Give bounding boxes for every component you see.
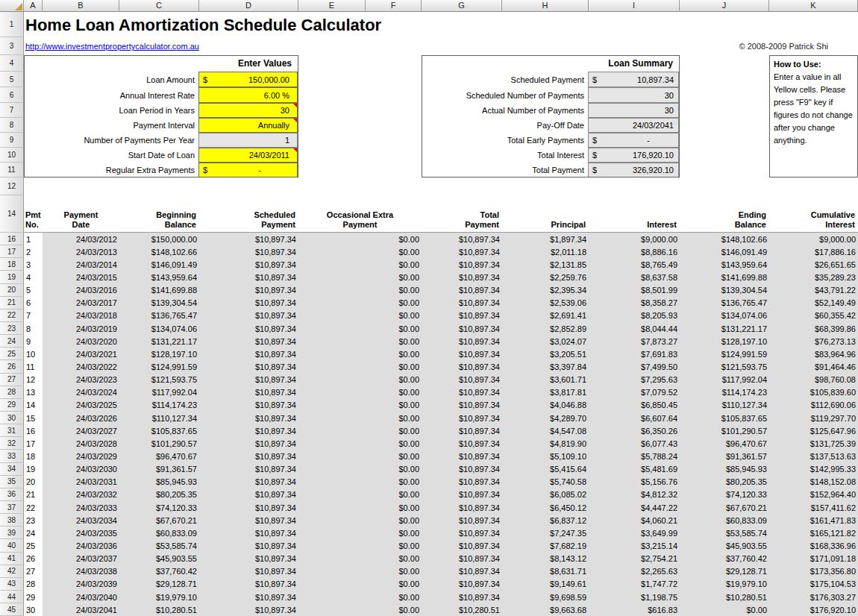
column-header-f[interactable]: F [366, 0, 422, 12]
cell[interactable]: 24/03/2036 [43, 539, 119, 552]
cell[interactable]: $143,959.64 [119, 271, 199, 283]
cell[interactable]: 24/03/2027 [43, 424, 119, 437]
cell[interactable]: $4,046.88 [502, 399, 589, 412]
cell[interactable]: $91,361.57 [119, 463, 199, 476]
label-pay-off-date[interactable]: Pay-Off Date [422, 118, 588, 133]
cell[interactable]: 24/03/2016 [43, 284, 119, 297]
table-header-beginning-balance[interactable]: Beginning Balance [119, 195, 199, 232]
cell[interactable]: $10,897.34 [199, 386, 298, 399]
cell[interactable]: $2,265.63 [589, 565, 680, 578]
cell[interactable]: $10,897.34 [199, 284, 298, 297]
cell[interactable]: $7,247.35 [502, 527, 589, 539]
cell[interactable]: 24/03/2022 [43, 360, 119, 373]
cell[interactable]: 24/03/2012 [43, 233, 119, 245]
cell[interactable]: $8,205.93 [589, 309, 680, 322]
cell[interactable]: $161,471.83 [769, 514, 858, 527]
input-cell-loan-amount[interactable]: $150,000.00 [198, 72, 298, 87]
cell[interactable]: $10,897.34 [199, 335, 298, 348]
cell[interactable]: $136,765.47 [119, 309, 199, 322]
cell[interactable]: $101,290.57 [119, 437, 199, 450]
cell[interactable]: $10,897.34 [199, 514, 298, 527]
cell[interactable]: $10,897.34 [422, 360, 502, 373]
cell[interactable]: $4,289.70 [502, 412, 589, 424]
cell[interactable]: $10,897.34 [199, 374, 298, 386]
cell[interactable]: $8,631.71 [502, 565, 589, 578]
cell[interactable]: $143,959.64 [680, 258, 769, 271]
cell[interactable]: $0.00 [298, 553, 422, 565]
cell[interactable]: $10,897.34 [422, 578, 502, 591]
input-cell-annual-interest-rate[interactable]: 6.00 % [198, 87, 298, 103]
cell[interactable]: $5,156.76 [589, 476, 680, 488]
cell[interactable]: $128,197.10 [680, 335, 769, 348]
label-start-date-of-loan[interactable]: Start Date of Loan [25, 148, 198, 163]
cell[interactable]: $114,174.23 [119, 399, 199, 412]
label-total-interest[interactable]: Total Interest [422, 148, 588, 163]
input-cell-number-of-payments-per-year[interactable]: 1 [198, 133, 298, 148]
table-header-payment-date[interactable]: Payment Date [43, 195, 119, 232]
column-header-a[interactable]: A [24, 0, 43, 12]
cell[interactable]: $5,481.69 [589, 463, 680, 476]
cell[interactable]: $0.00 [298, 386, 422, 399]
cell[interactable]: $10,897.34 [422, 258, 502, 271]
cell[interactable]: $0.00 [298, 463, 422, 476]
cell[interactable]: $121,593.75 [119, 374, 199, 386]
cell[interactable]: $152,964.40 [769, 488, 858, 501]
cell[interactable]: $0.00 [298, 284, 422, 297]
cell[interactable]: $8,886.16 [589, 245, 680, 258]
cell[interactable]: $37,760.42 [680, 553, 769, 565]
cell[interactable]: $7,873.27 [589, 335, 680, 348]
cell[interactable]: $616.83 [589, 603, 680, 616]
cell[interactable]: $125,647.96 [769, 424, 858, 437]
cell[interactable]: $10,897.34 [199, 603, 298, 616]
cell[interactable]: $6,837.12 [502, 514, 589, 527]
input-cell-loan-period-in-years[interactable]: 30 [198, 103, 298, 118]
column-header-k[interactable]: K [769, 0, 858, 12]
cell[interactable]: 24/03/2032 [43, 488, 119, 501]
cell[interactable]: $10,897.34 [199, 527, 298, 539]
cell[interactable]: $60,833.09 [119, 527, 199, 539]
cell[interactable]: $2,011.18 [502, 245, 589, 258]
cell[interactable]: 14 [24, 399, 43, 412]
cell[interactable]: $60,355.42 [769, 309, 858, 322]
cell[interactable]: $0.00 [298, 591, 422, 603]
column-header-j[interactable]: J [680, 0, 769, 12]
cell[interactable]: 5 [24, 284, 43, 297]
table-header-principal[interactable]: Principal [502, 195, 589, 232]
cell[interactable]: 9 [24, 335, 43, 348]
row-header-6[interactable]: 6 [0, 87, 24, 103]
row-header-8[interactable]: 8 [0, 118, 24, 133]
row-header-7[interactable]: 7 [0, 103, 24, 118]
cell[interactable]: 28 [24, 578, 43, 591]
cell[interactable]: $0.00 [298, 245, 422, 258]
cell[interactable]: $0.00 [298, 437, 422, 450]
cell[interactable]: $19,979.10 [119, 591, 199, 603]
cell[interactable]: $10,897.34 [199, 501, 298, 514]
cell[interactable]: $3,601.71 [502, 374, 589, 386]
cell[interactable]: 21 [24, 488, 43, 501]
cell[interactable]: $9,698.59 [502, 591, 589, 603]
cell[interactable]: $0.00 [298, 527, 422, 539]
row-header-34[interactable]: 34 [0, 463, 24, 476]
summary-cell-scheduled-payment[interactable]: $10,897.34 [588, 72, 679, 87]
column-header-e[interactable]: E [298, 0, 366, 12]
cell[interactable]: $175,104.53 [769, 578, 858, 591]
cell[interactable]: 24/03/2039 [43, 578, 119, 591]
cell[interactable]: $6,850.45 [589, 399, 680, 412]
cell[interactable]: $10,897.34 [199, 297, 298, 309]
table-header-total-payment[interactable]: Total Payment [422, 195, 502, 232]
cell[interactable]: $6,085.02 [502, 488, 589, 501]
cell[interactable]: 24/03/2024 [43, 386, 119, 399]
cell[interactable]: $3,215.14 [589, 539, 680, 552]
cell[interactable]: 24/03/2030 [43, 463, 119, 476]
summary-cell-total-payment[interactable]: $326,920.10 [588, 163, 679, 177]
cell[interactable]: $0.00 [298, 450, 422, 462]
row-header-37[interactable]: 37 [0, 501, 24, 514]
cell[interactable]: 24/03/2029 [43, 450, 119, 462]
row-header-33[interactable]: 33 [0, 450, 24, 462]
cell[interactable]: $10,897.34 [422, 297, 502, 309]
cell[interactable]: 30 [24, 603, 43, 616]
cell[interactable]: $146,091.49 [119, 258, 199, 271]
cell[interactable]: $141,699.88 [680, 271, 769, 283]
cell[interactable]: $141,699.88 [119, 284, 199, 297]
cell[interactable]: 24/03/2018 [43, 309, 119, 322]
